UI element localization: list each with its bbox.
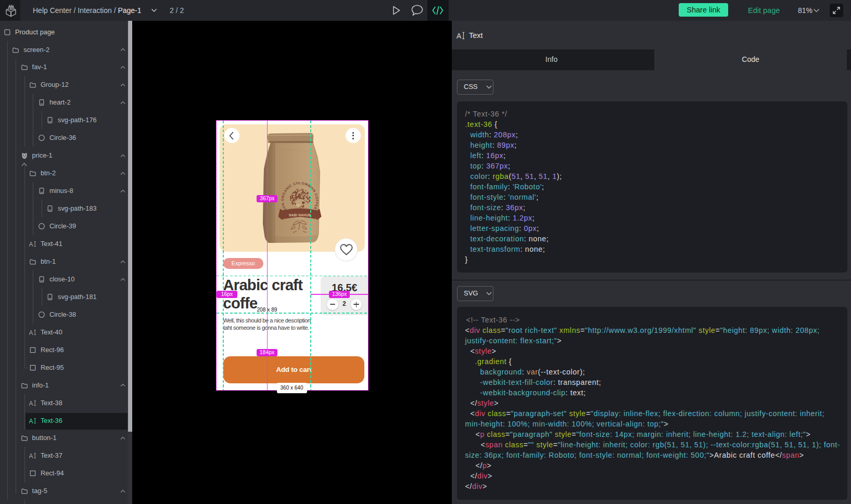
svg-text:A: A [29,453,33,459]
svg-text:NABI NAHUB: NABI NAHUB [289,213,311,217]
svg-text:A: A [29,417,33,424]
svg-text:A: A [29,241,33,248]
svg-text:A: A [29,399,33,406]
svg-text:A: A [456,32,462,40]
svg-text:A: A [29,329,33,335]
